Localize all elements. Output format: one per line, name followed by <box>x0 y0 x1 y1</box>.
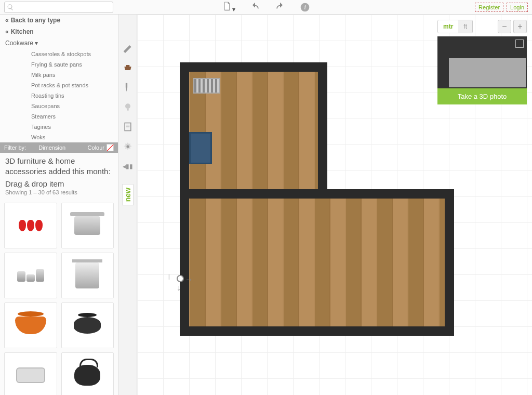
results-count: Showing 1 – 30 of 63 results <box>0 189 118 199</box>
toolrail: ◂▮▮ new <box>118 15 137 395</box>
zoom-out-button[interactable]: − <box>498 20 511 33</box>
nav-sub-steamers[interactable]: Steamers <box>0 111 118 122</box>
redo-icon[interactable] <box>275 2 285 12</box>
nav-kitchen[interactable]: Kitchen <box>0 26 118 37</box>
tool-settings-icon[interactable] <box>122 140 134 153</box>
svg-rect-3 <box>127 109 128 110</box>
nav-sub-frying[interactable]: Frying & saute pans <box>0 59 118 70</box>
tool-notes-icon[interactable] <box>122 121 134 133</box>
nav-sub-woks[interactable]: Woks <box>0 132 118 142</box>
item-casserole-orange[interactable] <box>4 302 57 348</box>
nav-sub-potracks[interactable]: Pot racks & pot stands <box>0 80 118 90</box>
unit-toggle: mtr ft <box>437 20 473 33</box>
svg-point-2 <box>125 103 130 109</box>
item-tray[interactable] <box>4 352 57 395</box>
tool-light-icon[interactable] <box>122 101 134 113</box>
nav-cookware[interactable]: Cookware ▾ <box>0 37 118 49</box>
item-saucepan[interactable] <box>61 203 114 248</box>
tool-collapse-icon[interactable]: ◂▮▮ <box>122 160 134 173</box>
filter-label: Filter by: <box>4 144 26 151</box>
tool-paint-icon[interactable] <box>122 81 134 94</box>
vent-object[interactable] <box>193 78 220 94</box>
nav-sub-tagines[interactable]: Tagines <box>0 122 118 132</box>
undo-icon[interactable] <box>250 2 260 12</box>
sidebar: Back to any type Kitchen Cookware ▾ Cass… <box>0 15 118 395</box>
filter-dimension[interactable]: Dimension <box>38 144 65 151</box>
window-object[interactable] <box>189 132 212 164</box>
toolrail-new[interactable]: new <box>122 184 134 205</box>
new-doc-icon[interactable]: ▾ <box>222 1 235 13</box>
nav-sub-casseroles[interactable]: Casseroles & stockpots <box>0 49 118 59</box>
filter-colour[interactable]: Colour <box>88 144 114 151</box>
canvas[interactable]: → ↓ | mtr ft − + Take a 3D photo <box>137 15 532 395</box>
zoom-in-button[interactable]: + <box>513 20 527 33</box>
unit-ft[interactable]: ft <box>458 20 472 33</box>
filter-bar: Filter by: Dimension Colour <box>0 142 118 153</box>
camera-compass[interactable]: → ↓ | <box>169 272 192 295</box>
search-box[interactable] <box>4 2 113 13</box>
preview-3d[interactable] <box>437 36 527 88</box>
register-button[interactable]: Register <box>475 3 503 12</box>
item-casserole-dark[interactable] <box>61 302 114 348</box>
nav-sub-saucepans[interactable]: Saucepans <box>0 101 118 111</box>
fullscreen-icon[interactable] <box>515 40 524 48</box>
item-pan-set[interactable] <box>4 253 57 298</box>
nav-sub-milk[interactable]: Milk pans <box>0 70 118 80</box>
nav-back[interactable]: Back to any type <box>0 15 118 26</box>
item-kettle[interactable] <box>61 352 114 395</box>
search-input[interactable] <box>16 4 111 11</box>
svg-text:i: i <box>304 4 305 11</box>
search-icon <box>7 4 14 11</box>
colour-swatch-none-icon <box>107 144 114 151</box>
item-stockpot[interactable] <box>61 253 114 298</box>
item-peppers[interactable] <box>4 203 57 248</box>
unit-mtr[interactable]: mtr <box>438 20 458 33</box>
drag-drop-label: Drag & drop item <box>0 176 118 189</box>
tool-furniture-icon[interactable] <box>122 61 134 74</box>
sidebar-heading: 3D furniture & home accessories added th… <box>0 153 118 176</box>
right-panel: mtr ft − + Take a 3D photo <box>437 20 527 104</box>
tool-walls-icon[interactable] <box>122 42 134 54</box>
nav-sub-roasting[interactable]: Roasting tins <box>0 90 118 101</box>
login-button[interactable]: Login <box>507 3 528 12</box>
take-3d-photo-button[interactable]: Take a 3D photo <box>437 88 527 104</box>
info-icon[interactable]: i <box>300 2 310 12</box>
